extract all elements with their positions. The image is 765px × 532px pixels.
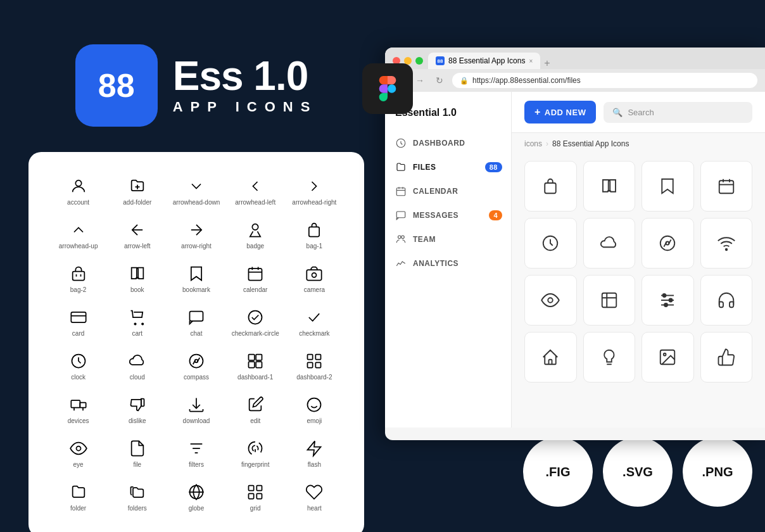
address-bar: ← → ↻ 🔒 https://app.88essential.com/file… (385, 69, 765, 92)
browser-tab[interactable]: 88 88 Essential App Icons × (428, 53, 540, 69)
svg-point-68 (663, 294, 666, 297)
tab-icon: 88 (436, 56, 445, 65)
icon-label: calendar (243, 286, 267, 293)
svg-point-54 (401, 236, 405, 239)
svg-point-61 (661, 236, 675, 251)
sidebar-item-messages[interactable]: MESSAGES 4 (385, 203, 511, 227)
refresh-button[interactable]: ↻ (433, 74, 446, 87)
icon-item-download: download (167, 388, 225, 432)
main-icon-card-bookmark[interactable] (642, 161, 694, 212)
icon-label: bag-2 (70, 286, 87, 293)
svg-point-69 (669, 299, 673, 302)
main-icon-card-wifi[interactable] (700, 218, 753, 269)
icon-label: add-folder (123, 199, 151, 206)
main-icon-card-eye2[interactable] (524, 275, 577, 326)
sidebar-item-team[interactable]: TEAM (385, 227, 511, 251)
sidebar-item-calendar[interactable]: CALENDAR (385, 179, 511, 203)
main-icon-card-thumbsup[interactable] (700, 332, 753, 383)
svg-point-35 (308, 398, 321, 412)
svg-point-53 (398, 236, 401, 239)
brand-title: Ess 1.0 (173, 56, 318, 96)
icon-label: badge (246, 243, 264, 250)
main-icon-card-file2[interactable] (583, 275, 636, 326)
icon-label: compass (184, 374, 209, 381)
sidebar-item-analytics[interactable]: ANALYTICS (385, 251, 511, 276)
main-icon-card-photo[interactable] (642, 332, 694, 383)
search-box[interactable]: 🔍 Search (604, 102, 752, 123)
icon-item-camera: camera (285, 257, 344, 301)
icon-item-account: account (49, 170, 108, 213)
files-badge: 88 (485, 162, 502, 172)
icon-label: arrow-right (181, 243, 212, 250)
tab-close-button[interactable]: × (529, 58, 533, 65)
icon-item-heart: heart (285, 476, 344, 519)
svg-point-38 (76, 446, 80, 451)
svg-rect-5 (72, 272, 84, 281)
sidebar-item-files[interactable]: FILES 88 (385, 155, 511, 179)
files-icon (395, 162, 407, 173)
icon-item-filters: filters (167, 432, 225, 476)
icon-item-bag-1: bag-1 (285, 213, 344, 257)
new-tab-button[interactable]: + (541, 58, 552, 69)
svg-rect-23 (249, 355, 255, 360)
icon-item-card: card (49, 301, 108, 345)
main-icon-card-home[interactable] (524, 332, 577, 383)
icon-item-bookmark: bookmark (167, 257, 225, 301)
icon-label: folders (128, 505, 147, 512)
icon-label: camera (304, 286, 325, 293)
main-icon-card-book[interactable] (583, 161, 636, 212)
left-section: 88 Ess 1.0 APP ICONS account add-folder … (0, 0, 393, 532)
icon-label: card (72, 330, 84, 337)
main-icon-card-bulb[interactable] (583, 332, 636, 383)
dashboard-icon (395, 137, 407, 149)
icon-item-chat: chat (167, 301, 225, 345)
add-new-button[interactable]: + ADD NEW (524, 101, 596, 124)
icon-item-bag-2: bag-2 (49, 257, 108, 301)
main-icon-card-compass[interactable] (642, 218, 694, 269)
icon-item-fingerprint: fingerprint (226, 432, 285, 476)
icon-item-cart: cart (108, 301, 167, 345)
sidebar-item-dashboard[interactable]: DASHBOARD (385, 131, 511, 155)
figma-badge (362, 63, 413, 114)
main-icon-card-bag[interactable] (524, 161, 577, 212)
icon-label: eye (73, 461, 84, 468)
main-icon-card-calendar[interactable] (700, 161, 753, 212)
icon-item-folders: folders (108, 476, 167, 519)
icon-label: arrow-left (124, 243, 151, 250)
icon-item-arrowhead-up: arrowhead-up (49, 213, 108, 257)
main-icon-card-clock[interactable] (524, 218, 577, 269)
main-icon-card-sliders[interactable] (642, 275, 694, 326)
icon-label: flash (308, 461, 321, 468)
url-bar[interactable]: 🔒 https://app.88essential.com/files (452, 73, 757, 88)
icon-label: emoji (307, 417, 322, 424)
icon-label: arrowhead-down (173, 199, 220, 206)
icon-item-grid: grid (226, 476, 285, 519)
svg-rect-25 (249, 362, 255, 367)
main-icon-card-headphone[interactable] (700, 275, 753, 326)
main-icon-card-cloud[interactable] (583, 218, 636, 269)
breadcrumb: icons › 88 Essential App Icons (512, 133, 765, 155)
messages-icon (395, 210, 407, 221)
maximize-button[interactable] (415, 57, 423, 65)
svg-rect-18 (189, 312, 203, 321)
svg-rect-26 (256, 362, 262, 367)
brand-text: Ess 1.0 APP ICONS (173, 56, 318, 115)
icon-label: bookmark (182, 286, 210, 293)
svg-rect-28 (316, 355, 321, 360)
format-png: .PNG (683, 437, 752, 507)
icon-item-cloud: cloud (108, 345, 167, 388)
icon-item-dislike: dislike (108, 388, 167, 432)
format-fig: .FIG (523, 437, 593, 507)
svg-rect-27 (308, 355, 313, 360)
svg-rect-32 (80, 403, 85, 408)
icon-item-flash: flash (285, 432, 344, 476)
forward-button[interactable]: → (413, 74, 427, 87)
icon-item-dashboard-1: dashboard-1 (226, 345, 285, 388)
svg-rect-43 (249, 486, 254, 491)
svg-rect-31 (71, 400, 80, 408)
icon-item-globe: globe (167, 476, 225, 519)
icon-item-compass: compass (167, 345, 225, 388)
svg-point-16 (134, 323, 136, 324)
main-content: + ADD NEW 🔍 Search icons › 88 Essential … (512, 92, 765, 428)
brand-subtitle: APP ICONS (173, 99, 318, 115)
